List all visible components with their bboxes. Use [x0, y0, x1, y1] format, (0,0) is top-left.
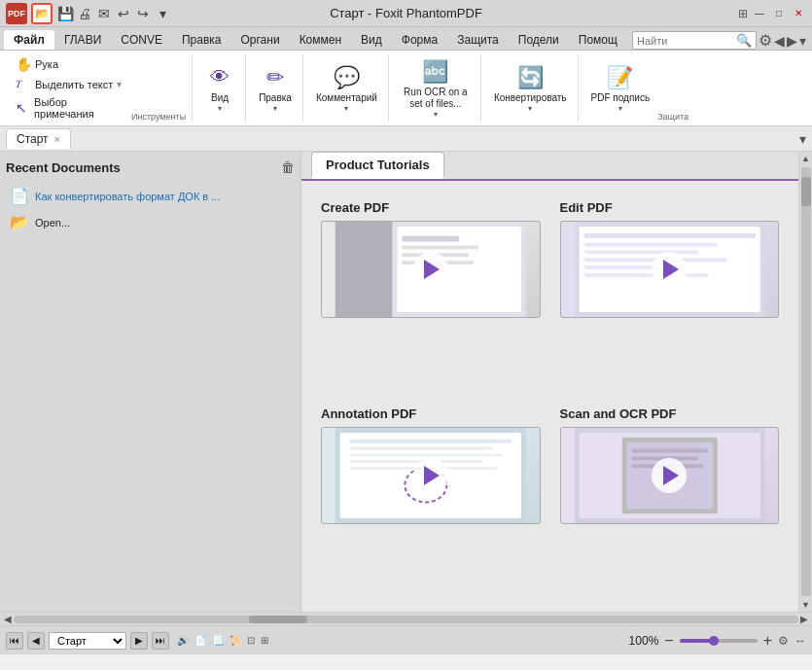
window-controls: ⊞ — □ ✕ [738, 6, 806, 21]
recent-doc-item-0[interactable]: 📄 Как конвертировать формат ДОК в ... [6, 183, 295, 209]
scroll-up-button[interactable]: ▲ [799, 152, 813, 165]
page-selector[interactable]: Старт [49, 632, 126, 650]
tab-form[interactable]: Форма [392, 30, 447, 50]
maximize-button[interactable]: □ [771, 6, 787, 21]
first-page-button[interactable]: ⏮ [6, 632, 23, 650]
tab-file[interactable]: Файл [4, 30, 54, 50]
view-dropdown-arrow[interactable]: ▾ [218, 104, 222, 113]
doc-tab-close-button[interactable]: × [54, 133, 60, 145]
tab-comment[interactable]: Коммен [290, 30, 351, 50]
recent-docs-title: Recent Documents [6, 160, 121, 175]
open-button[interactable]: 📂 [31, 3, 53, 24]
select-text-dropdown[interactable]: ▾ [117, 79, 122, 89]
svg-rect-10 [583, 243, 717, 247]
h-scroll-thumb[interactable] [249, 616, 307, 623]
tutorial-edit-pdf[interactable]: Edit PDF [560, 200, 780, 387]
hand-tool-button[interactable]: ✋ Рука [12, 54, 128, 74]
tab-protect[interactable]: Защита [447, 30, 509, 50]
tab-share[interactable]: Подели [509, 30, 569, 50]
forward-icon[interactable]: ▶ [787, 33, 797, 49]
product-tutorials-tab[interactable]: Product Tutorials [311, 152, 444, 179]
hand-icon: ✋ [16, 56, 31, 72]
settings-icon[interactable]: ⚙ [759, 31, 772, 50]
tab-view[interactable]: Вид [351, 30, 392, 50]
create-pdf-label: Create PDF [321, 200, 541, 215]
save-icon[interactable]: 💾 [56, 5, 74, 22]
navigation-controls: ⏮ ◀ Старт ▶ ⏭ 🔊 📄 📃 📜 ⊡ ⊞ [6, 632, 268, 650]
single-page-icon: 📃 [212, 635, 224, 646]
tab-bar-expand-arrow[interactable]: ▾ [799, 131, 806, 147]
close-button[interactable]: ✕ [791, 6, 806, 21]
sign-button[interactable]: 📝 PDF подпись ▾ [586, 61, 655, 116]
comment-button[interactable]: 💬 Комментарий ▾ [311, 61, 382, 116]
svg-rect-11 [583, 250, 698, 254]
grid-icon: ⊞ [738, 7, 748, 20]
scroll-right-button[interactable]: ▶ [800, 614, 808, 624]
create-pdf-thumbnail[interactable] [321, 221, 541, 318]
edit-pdf-play-button[interactable] [652, 252, 687, 287]
audio-icon: 🔊 [177, 635, 189, 646]
open-folder-icon: 📂 [10, 213, 29, 231]
search-icon[interactable]: 🔍 [736, 33, 752, 48]
scroll-track [801, 167, 811, 596]
scroll-left-button[interactable]: ◀ [4, 614, 12, 624]
convert-button[interactable]: 🔄 Конвертировать ▾ [489, 61, 572, 116]
sign-dropdown-arrow[interactable]: ▾ [618, 104, 622, 113]
settings-icon-bottom[interactable]: ⚙ [778, 634, 789, 648]
protect-group-label: Защита [657, 112, 688, 122]
scroll-down-button[interactable]: ▼ [799, 598, 813, 612]
redo-icon[interactable]: ↪ [134, 5, 152, 22]
edit-button[interactable]: ✏ Правка ▾ [254, 61, 297, 116]
print-icon[interactable]: 🖨 [76, 5, 93, 22]
tab-home[interactable]: ГЛАВИ [54, 30, 111, 50]
convert-dropdown-arrow[interactable]: ▾ [528, 104, 532, 113]
zoom-slider-thumb[interactable] [709, 636, 719, 646]
comment-dropdown-arrow[interactable]: ▾ [344, 104, 348, 113]
search-input[interactable] [637, 35, 734, 47]
tab-edit[interactable]: Правка [172, 30, 231, 50]
scan-ocr-pdf-thumbnail[interactable] [560, 427, 780, 524]
annotation-pdf-play-button[interactable] [413, 458, 448, 493]
clear-recent-button[interactable]: 🗑 [281, 159, 295, 175]
expand-icon[interactable]: ▾ [799, 33, 806, 49]
tutorials-grid: Create PDF [301, 181, 798, 612]
tab-organize[interactable]: Органи [231, 30, 290, 50]
scan-ocr-pdf-play-button[interactable] [652, 458, 687, 493]
tutorial-annotation-pdf[interactable]: Annotation PDF [321, 406, 541, 593]
next-page-button[interactable]: ▶ [130, 632, 148, 650]
zoom-controls: 100% − + ⚙ ↔ [629, 632, 806, 650]
zoom-in-button[interactable]: + [763, 632, 772, 650]
ocr-button[interactable]: 🔤 Run OCR on a set of files... ▾ [397, 55, 475, 122]
search-box[interactable]: 🔍 [632, 31, 757, 50]
scan-ocr-pdf-label: Scan and OCR PDF [560, 406, 780, 421]
customize-icon[interactable]: ▾ [154, 5, 171, 22]
svg-rect-3 [402, 236, 459, 242]
tab-convert[interactable]: CONVE [111, 30, 172, 50]
zoom-out-button[interactable]: − [664, 632, 673, 650]
view-button[interactable]: 👁 Вид ▾ [200, 61, 239, 116]
quick-access-toolbar: 💾 🖨 ✉ ↩ ↪ ▾ [56, 5, 171, 22]
select-annot-icon: ↖ [16, 100, 30, 116]
sign-icon: 📝 [607, 64, 634, 91]
email-icon[interactable]: ✉ [95, 5, 113, 22]
minimize-button[interactable]: — [752, 6, 767, 21]
create-pdf-play-button[interactable] [413, 252, 448, 287]
zoom-slider[interactable] [680, 639, 758, 643]
undo-icon[interactable]: ↩ [115, 5, 132, 22]
back-icon[interactable]: ◀ [774, 33, 785, 49]
ocr-dropdown-arrow[interactable]: ▾ [434, 110, 438, 119]
comment-icon: 💬 [333, 64, 360, 91]
edit-dropdown-arrow[interactable]: ▾ [273, 104, 277, 113]
prev-page-button[interactable]: ◀ [27, 632, 45, 650]
open-folder-button[interactable]: 📂 Open... [6, 209, 295, 235]
document-tab-start[interactable]: Старт × [6, 128, 71, 149]
tutorial-scan-ocr-pdf[interactable]: Scan and OCR PDF [560, 406, 780, 593]
scroll-thumb[interactable] [801, 177, 811, 206]
annotation-pdf-thumbnail[interactable] [321, 427, 541, 524]
next-page-2-button[interactable]: ⏭ [152, 632, 169, 650]
tutorial-create-pdf[interactable]: Create PDF [321, 200, 541, 387]
select-annot-button[interactable]: ↖ Выбор примечания [12, 94, 128, 122]
edit-pdf-thumbnail[interactable] [560, 221, 780, 318]
select-text-button[interactable]: 𝑇 Выделить текст ▾ [12, 76, 128, 92]
tab-help[interactable]: Помощ [569, 30, 627, 50]
